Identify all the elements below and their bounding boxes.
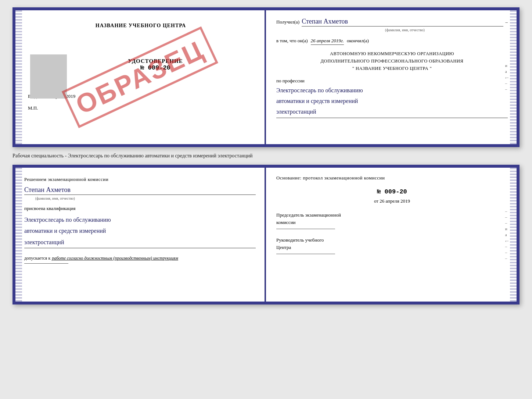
- signature-line-left: [24, 263, 68, 264]
- obrazec-stamp: ОБРАЗЕЦ: [62, 26, 218, 128]
- prof-line3: электростанций: [276, 108, 316, 115]
- predsedatel-block: Председатель экзаменационной комиссии: [276, 211, 508, 229]
- fio-subtitle-qual: (фамилия, имя, отчество): [24, 196, 256, 200]
- org-block: АВТОНОМНУЮ НЕКОММЕРЧЕСКУЮ ОРГАНИЗАЦИЮ ДО…: [276, 50, 508, 72]
- rukovoditel-line2: Центра: [276, 244, 508, 251]
- professiya-name: Электрослесарь по обслуживанию автоматик…: [276, 85, 508, 118]
- diploma-right-panel: Получил(а) Степан Ахметов – (фамилия, им…: [266, 10, 517, 144]
- rukovoditel-line1: Руководитель учебного: [276, 236, 508, 244]
- side-chars-diploma: и a ‹– – –: [505, 63, 508, 91]
- predsedatel-sig-line: [276, 229, 335, 229]
- qual-name: Электрослесарь по обслуживанию автоматик…: [24, 214, 256, 248]
- poluchil-label: Получил(а): [276, 19, 299, 25]
- ot-label: от: [374, 198, 378, 204]
- qual-left-panel: Решением экзаменационной комиссии Степан…: [15, 168, 266, 302]
- udostoverenie-block: УДОСТОВЕРЕНИЕ № 009-20: [54, 58, 257, 71]
- person-name-qual: Степан Ахметов: [24, 186, 256, 195]
- org-line2: ДОПОЛНИТЕЛЬНОГО ПРОФЕССИОНАЛЬНОГО ОБРАЗО…: [276, 57, 508, 65]
- prof-line2: автоматики и средств измерений: [276, 98, 358, 104]
- qual-line3: электростанций: [24, 239, 64, 245]
- ot-line: от 26 апреля 2019: [276, 198, 508, 204]
- diploma-school-name: НАЗВАНИЕ УЧЕБНОГО ЦЕНТРА: [24, 23, 257, 29]
- vtom-date: 26 апреля 2019г.: [311, 38, 344, 45]
- predsedatel-line1: Председатель экзаменационной: [276, 211, 508, 219]
- rukovoditel-sig-line: [276, 254, 335, 254]
- specialty-text: Рабочая специальность - Электрослесарь п…: [12, 152, 520, 160]
- prisvoena-line: присвоена квалификация: [24, 206, 256, 211]
- dopuskaetsya-line: допускается к работе согласно должностны…: [24, 256, 256, 261]
- udostoverenie-title: УДОСТОВЕРЕНИЕ: [54, 58, 257, 64]
- predsedatel-line2: комиссии: [276, 219, 508, 226]
- poluchil-name: Степан Ахметов: [302, 18, 503, 26]
- nomer-qual: № 009-20: [377, 188, 407, 195]
- photo-placeholder: [30, 54, 67, 99]
- mp-line: М.П.: [28, 105, 257, 111]
- resheniem-line: Решением экзаменационной комиссии: [24, 177, 256, 182]
- org-line3: " НАЗВАНИЕ УЧЕБНОГО ЦЕНТРА ": [276, 65, 508, 72]
- po-professii: по профессии: [276, 78, 508, 84]
- vtom-label: в том, что он(а): [276, 38, 308, 44]
- qual-line1: Электрослесарь по обслуживанию: [24, 217, 111, 223]
- qual-right-panel: Основание: протокол экзаменационной коми…: [266, 168, 517, 302]
- dopuskaetsya-label: допускается к: [24, 256, 50, 261]
- diploma-nomer: № 009-20: [54, 64, 257, 71]
- rukovoditel-block: Руководитель учебного Центра: [276, 236, 508, 254]
- osnovanie-block: Основание: протокол экзаменационной коми…: [276, 175, 508, 181]
- diploma-book: НАЗВАНИЕ УЧЕБНОГО ЦЕНТРА УДОСТОВЕРЕНИЕ №…: [12, 7, 520, 147]
- vtom-line: в том, что он(а) 26 апреля 2019г. окончи…: [276, 38, 508, 45]
- poluchil-line: Получил(а) Степан Ахметов –: [276, 18, 508, 26]
- dash1: –: [506, 19, 508, 25]
- prof-line1: Электрослесарь по обслуживанию: [276, 87, 363, 93]
- diploma-left-panel: НАЗВАНИЕ УЧЕБНОГО ЦЕНТРА УДОСТОВЕРЕНИЕ №…: [15, 10, 266, 144]
- okoncil-label: окончил(а): [347, 38, 369, 44]
- org-line1: АВТОНОМНУЮ НЕКОММЕРЧЕСКУЮ ОРГАНИЗАЦИЮ: [276, 50, 508, 57]
- side-chars-qual: – – – и a ‹– – – –: [505, 209, 508, 260]
- dopuskaetsya-text: работе согласно должностным (производств…: [52, 256, 178, 261]
- fio-subtitle-diploma: (фамилия, имя, отчество): [302, 28, 508, 32]
- qual-book: Решением экзаменационной комиссии Степан…: [12, 165, 520, 304]
- ot-date: 26 апреля 2019: [380, 198, 410, 204]
- qual-line2: автоматики и средств измерений: [24, 228, 106, 234]
- nomer-qual-block: № 009-20: [276, 188, 508, 195]
